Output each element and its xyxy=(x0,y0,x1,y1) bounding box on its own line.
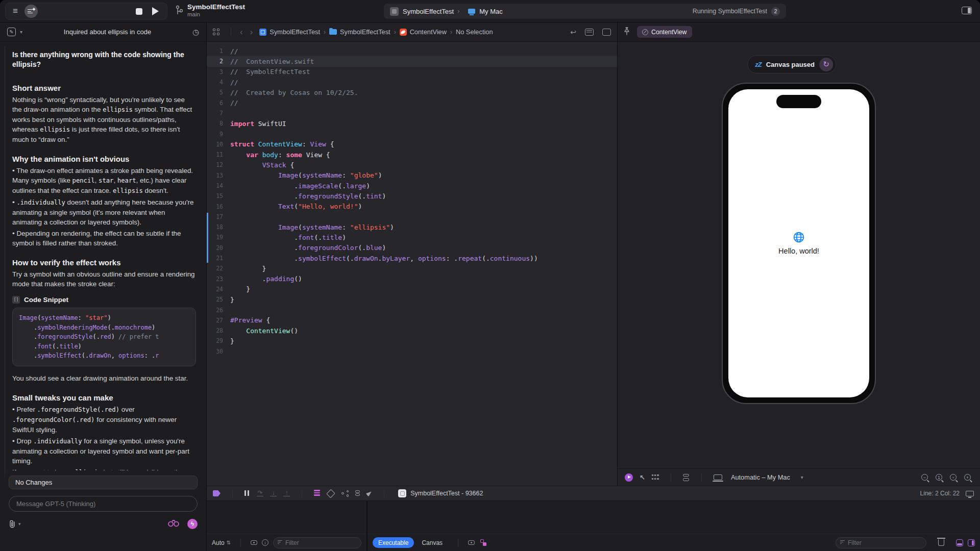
code-line[interactable]: 9 xyxy=(207,129,617,139)
zoom-actual-icon[interactable]: 1 xyxy=(936,474,942,481)
scheme-target[interactable]: SymbolEffectTest xyxy=(403,8,454,15)
code-line[interactable]: 8import SwiftUI xyxy=(207,118,617,129)
iphone-preview-frame[interactable]: Hello, world! xyxy=(722,83,876,404)
inspector-toggle-icon[interactable] xyxy=(962,7,972,14)
change-indicator-bar[interactable] xyxy=(207,213,208,263)
environment-overrides-icon[interactable] xyxy=(355,490,360,497)
code-line[interactable]: 28 ContentView() xyxy=(207,325,617,336)
console-tab-canvas[interactable]: Canvas xyxy=(416,537,448,548)
code-line[interactable]: 1// xyxy=(207,46,617,56)
code-line[interactable]: 21 .symbolEffect(.drawOn.byLayer, option… xyxy=(207,253,617,263)
chat-transcript[interactable]: Is there anything wrong with the code sh… xyxy=(0,42,206,470)
code-line[interactable]: 25} xyxy=(207,294,617,305)
step-into-icon[interactable]: ↓ xyxy=(270,490,277,496)
zoom-in-icon[interactable]: + xyxy=(964,474,971,481)
console-filter-field[interactable] xyxy=(836,537,926,548)
code-line[interactable]: 14 .imageScale(.large) xyxy=(207,181,617,191)
display-icon[interactable] xyxy=(966,491,974,496)
debug-hierarchy-icon[interactable] xyxy=(341,490,349,497)
pause-execution-icon[interactable] xyxy=(244,489,250,498)
code-line[interactable]: 5// Created by Cosas on 10/2/25. xyxy=(207,87,617,97)
code-line[interactable]: 23 .padding() xyxy=(207,274,617,284)
code-line[interactable]: 17 xyxy=(207,212,617,222)
attachment-icon[interactable] xyxy=(9,520,16,528)
activity-view[interactable]: SymbolEffectTest › My Mac Running Symbol… xyxy=(384,4,786,19)
info-icon[interactable]: i xyxy=(262,539,268,546)
console-eye-icon[interactable] xyxy=(468,540,475,545)
preview-screen[interactable]: Hello, world! xyxy=(728,89,869,397)
breadcrumb-item[interactable]: SymbolEffectTest xyxy=(259,28,320,36)
zoom-selection-icon[interactable]: ▫ xyxy=(950,474,957,481)
console-filter-input[interactable] xyxy=(848,539,922,546)
selectable-mode-icon[interactable]: ↖ xyxy=(640,473,645,481)
code-line[interactable]: 16 Text("Hello, world!") xyxy=(207,201,617,211)
status-badge[interactable]: 2 xyxy=(771,7,780,16)
code-line[interactable]: 4// xyxy=(207,77,617,87)
variables-panel-toggle-icon[interactable] xyxy=(956,539,963,546)
console-output[interactable] xyxy=(368,501,980,534)
refresh-button[interactable]: ↻ xyxy=(819,58,833,71)
code-line[interactable]: 22 } xyxy=(207,263,617,273)
forward-icon[interactable]: › xyxy=(247,28,257,36)
console-tab-executable[interactable]: Executable xyxy=(373,537,414,548)
related-items-icon[interactable] xyxy=(213,29,219,35)
variables-filter-field[interactable] xyxy=(273,537,361,548)
code-line[interactable]: 29} xyxy=(207,336,617,346)
code-line[interactable]: 30 xyxy=(207,346,617,357)
canvas-tab-contentview[interactable]: ContentView xyxy=(637,26,692,38)
stop-button[interactable] xyxy=(136,8,142,15)
search-binoculars-icon[interactable] xyxy=(168,519,179,529)
clear-console-icon[interactable] xyxy=(938,539,944,546)
simulate-location-icon[interactable] xyxy=(366,490,373,496)
code-line[interactable]: 2// ContentView.swift xyxy=(207,56,617,66)
code-line[interactable]: 10struct ContentView: View { xyxy=(207,139,617,149)
scope-sort-icon[interactable]: ⇅ xyxy=(227,540,231,545)
color-variants-icon[interactable] xyxy=(683,474,690,481)
code-snippet-block[interactable]: Image(systemName: "star") .symbolRenderi… xyxy=(12,308,196,366)
no-changes-button[interactable]: No Changes xyxy=(9,475,198,489)
console-panel-toggle-icon[interactable] xyxy=(968,539,975,546)
project-indicator[interactable]: SymbolEffectTest main xyxy=(176,3,245,18)
code-review-icon[interactable]: ↩ xyxy=(570,29,576,36)
view-debugger-icon[interactable] xyxy=(314,490,320,496)
canvas-area[interactable]: zZ Canvas paused ↻ xyxy=(618,42,980,468)
variants-grid-icon[interactable] xyxy=(652,474,659,480)
breadcrumb-item[interactable]: ContentView xyxy=(400,28,447,36)
step-over-icon[interactable]: ↷ xyxy=(257,490,263,496)
code-line[interactable]: 6// xyxy=(207,97,617,108)
code-line[interactable]: 12 VStack { xyxy=(207,160,617,170)
ai-assistant-button[interactable]: ✦ xyxy=(24,5,38,18)
add-editor-icon[interactable] xyxy=(602,29,611,36)
breakpoints-toggle-icon[interactable] xyxy=(213,490,220,496)
code-editor[interactable]: 1//2// ContentView.swift3// SymbolEffect… xyxy=(207,42,617,486)
zoom-out-icon[interactable]: − xyxy=(921,474,928,481)
model-bolt-icon[interactable]: ϟ xyxy=(187,519,198,529)
metrics-layers-icon[interactable] xyxy=(480,539,486,546)
code-line[interactable]: 24 } xyxy=(207,284,617,294)
chat-title[interactable]: Inquired about ellipsis in code xyxy=(22,28,192,36)
live-preview-button[interactable] xyxy=(625,473,633,482)
device-chevron-icon[interactable]: ▾ xyxy=(801,474,803,480)
scheme-destination[interactable]: My Mac xyxy=(479,8,503,15)
breadcrumb-item[interactable]: No Selection xyxy=(456,28,493,36)
pin-icon[interactable] xyxy=(624,27,630,37)
code-line[interactable]: 3// SymbolEffectTest xyxy=(207,67,617,77)
back-icon[interactable]: ‹ xyxy=(236,28,247,36)
chat-message-input[interactable] xyxy=(9,496,198,512)
variables-view[interactable] xyxy=(207,501,366,534)
code-line[interactable]: 26 xyxy=(207,305,617,315)
run-button[interactable] xyxy=(152,7,159,15)
run-status[interactable]: Running SymbolEffectTest 2 xyxy=(693,7,780,16)
quicklook-eye-icon[interactable] xyxy=(251,540,257,545)
process-chip[interactable]: SymbolEffectTest - 93662 xyxy=(398,489,483,497)
variables-filter-input[interactable] xyxy=(285,539,357,546)
auto-scope-label[interactable]: Auto xyxy=(212,539,225,546)
code-line[interactable]: 11 var body: some View { xyxy=(207,149,617,160)
history-icon[interactable]: ◷ xyxy=(192,28,199,37)
attachment-chevron-icon[interactable]: ▾ xyxy=(18,521,21,527)
code-line[interactable]: 19 .font(.title) xyxy=(207,232,617,242)
code-line[interactable]: 7 xyxy=(207,108,617,118)
device-label[interactable]: Automatic – My Mac xyxy=(731,473,790,481)
code-line[interactable]: 20 .foregroundColor(.blue) xyxy=(207,243,617,253)
code-line[interactable]: 18 Image(systemName: "ellipsis") xyxy=(207,222,617,232)
